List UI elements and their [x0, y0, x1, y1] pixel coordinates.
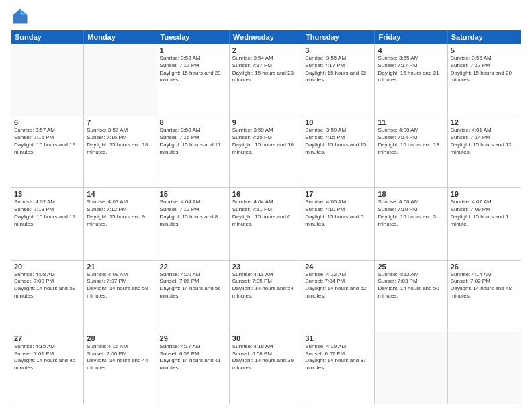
calendar-cell: 1Sunrise: 3:53 AM Sunset: 7:17 PM Daylig…: [157, 44, 230, 116]
day-info: Sunrise: 4:16 AM Sunset: 7:00 PM Dayligh…: [87, 343, 153, 372]
calendar-row-3: 13Sunrise: 4:02 AM Sunset: 7:13 PM Dayli…: [11, 187, 521, 259]
day-info: Sunrise: 4:12 AM Sunset: 7:04 PM Dayligh…: [305, 271, 371, 300]
day-number: 27: [14, 334, 81, 342]
calendar-cell: 17Sunrise: 4:05 AM Sunset: 7:10 PM Dayli…: [302, 188, 375, 259]
calendar-header: SundayMondayTuesdayWednesdayThursdayFrid…: [11, 30, 521, 44]
day-info: Sunrise: 4:02 AM Sunset: 7:13 PM Dayligh…: [14, 199, 81, 228]
day-number: 19: [451, 190, 518, 198]
day-info: Sunrise: 4:00 AM Sunset: 7:14 PM Dayligh…: [378, 127, 444, 156]
day-number: 6: [14, 118, 81, 126]
day-info: Sunrise: 4:15 AM Sunset: 7:01 PM Dayligh…: [14, 343, 81, 372]
day-info: Sunrise: 3:58 AM Sunset: 7:16 PM Dayligh…: [160, 127, 226, 156]
svg-marker-1: [20, 9, 28, 15]
day-number: 28: [87, 334, 153, 342]
calendar-cell: 29Sunrise: 4:17 AM Sunset: 6:59 PM Dayli…: [157, 332, 230, 404]
day-number: 7: [87, 118, 153, 126]
calendar-cell: 20Sunrise: 4:08 AM Sunset: 7:08 PM Dayli…: [11, 261, 84, 332]
day-number: 12: [451, 118, 518, 126]
calendar-cell: 15Sunrise: 4:04 AM Sunset: 7:12 PM Dayli…: [157, 188, 230, 259]
logo: [11, 7, 32, 26]
calendar-cell: 14Sunrise: 4:03 AM Sunset: 7:12 PM Dayli…: [84, 188, 157, 259]
calendar-row-2: 6Sunrise: 3:57 AM Sunset: 7:16 PM Daylig…: [11, 116, 521, 187]
calendar-cell: 24Sunrise: 4:12 AM Sunset: 7:04 PM Dayli…: [302, 261, 375, 332]
day-info: Sunrise: 3:55 AM Sunset: 7:17 PM Dayligh…: [305, 55, 371, 84]
calendar-cell: 21Sunrise: 4:09 AM Sunset: 7:07 PM Dayli…: [84, 261, 157, 332]
calendar-cell: 11Sunrise: 4:00 AM Sunset: 7:14 PM Dayli…: [375, 116, 447, 187]
day-info: Sunrise: 4:11 AM Sunset: 7:05 PM Dayligh…: [232, 271, 299, 300]
day-number: 15: [160, 190, 226, 198]
calendar-cell: 31Sunrise: 4:19 AM Sunset: 6:57 PM Dayli…: [302, 332, 375, 404]
day-info: Sunrise: 4:05 AM Sunset: 7:10 PM Dayligh…: [305, 199, 371, 228]
day-number: 22: [160, 263, 226, 271]
header-day-monday: Monday: [84, 30, 157, 44]
header-day-friday: Friday: [375, 30, 447, 44]
header-day-wednesday: Wednesday: [230, 30, 302, 44]
day-number: 18: [378, 190, 444, 198]
header: [11, 7, 521, 26]
day-info: Sunrise: 4:14 AM Sunset: 7:02 PM Dayligh…: [451, 271, 518, 300]
day-number: 29: [160, 334, 226, 342]
calendar-cell: 4Sunrise: 3:55 AM Sunset: 7:17 PM Daylig…: [375, 44, 447, 116]
day-info: Sunrise: 3:55 AM Sunset: 7:17 PM Dayligh…: [378, 55, 444, 84]
day-number: 14: [87, 190, 153, 198]
day-number: 30: [232, 334, 299, 342]
calendar-body: 1Sunrise: 3:53 AM Sunset: 7:17 PM Daylig…: [11, 44, 521, 404]
calendar-cell: 26Sunrise: 4:14 AM Sunset: 7:02 PM Dayli…: [448, 261, 521, 332]
day-info: Sunrise: 4:08 AM Sunset: 7:08 PM Dayligh…: [14, 271, 81, 300]
day-number: 5: [451, 46, 518, 54]
calendar: SundayMondayTuesdayWednesdayThursdayFrid…: [11, 30, 521, 404]
day-info: Sunrise: 4:03 AM Sunset: 7:12 PM Dayligh…: [87, 199, 153, 228]
calendar-cell: [375, 332, 447, 404]
calendar-cell: 6Sunrise: 3:57 AM Sunset: 7:16 PM Daylig…: [11, 116, 84, 187]
day-info: Sunrise: 4:07 AM Sunset: 7:09 PM Dayligh…: [451, 199, 518, 228]
calendar-cell: 10Sunrise: 3:59 AM Sunset: 7:15 PM Dayli…: [302, 116, 375, 187]
calendar-cell: 25Sunrise: 4:13 AM Sunset: 7:03 PM Dayli…: [375, 261, 447, 332]
day-info: Sunrise: 3:57 AM Sunset: 7:16 PM Dayligh…: [87, 127, 153, 156]
calendar-cell: 18Sunrise: 4:06 AM Sunset: 7:10 PM Dayli…: [375, 188, 447, 259]
day-number: 24: [305, 263, 371, 271]
calendar-cell: 28Sunrise: 4:16 AM Sunset: 7:00 PM Dayli…: [84, 332, 157, 404]
page: SundayMondayTuesdayWednesdayThursdayFrid…: [0, 0, 532, 411]
calendar-cell: [11, 44, 84, 116]
calendar-cell: 8Sunrise: 3:58 AM Sunset: 7:16 PM Daylig…: [157, 116, 230, 187]
calendar-row-1: 1Sunrise: 3:53 AM Sunset: 7:17 PM Daylig…: [11, 44, 521, 116]
header-day-thursday: Thursday: [302, 30, 375, 44]
day-number: 1: [160, 46, 226, 54]
day-number: 21: [87, 263, 153, 271]
day-number: 17: [305, 190, 371, 198]
day-number: 23: [232, 263, 299, 271]
day-number: 4: [378, 46, 444, 54]
header-day-tuesday: Tuesday: [157, 30, 230, 44]
day-info: Sunrise: 3:53 AM Sunset: 7:17 PM Dayligh…: [160, 55, 226, 84]
calendar-row-5: 27Sunrise: 4:15 AM Sunset: 7:01 PM Dayli…: [11, 332, 521, 404]
calendar-cell: 5Sunrise: 3:56 AM Sunset: 7:17 PM Daylig…: [448, 44, 521, 116]
day-number: 31: [305, 334, 371, 342]
day-info: Sunrise: 4:01 AM Sunset: 7:14 PM Dayligh…: [451, 127, 518, 156]
day-info: Sunrise: 3:54 AM Sunset: 7:17 PM Dayligh…: [232, 55, 299, 84]
day-number: 2: [232, 46, 299, 54]
day-number: 9: [232, 118, 299, 126]
calendar-cell: 19Sunrise: 4:07 AM Sunset: 7:09 PM Dayli…: [448, 188, 521, 259]
day-info: Sunrise: 3:59 AM Sunset: 7:15 PM Dayligh…: [305, 127, 371, 156]
day-number: 20: [14, 263, 81, 271]
day-info: Sunrise: 4:19 AM Sunset: 6:57 PM Dayligh…: [305, 343, 371, 372]
logo-icon: [11, 7, 30, 26]
calendar-cell: 27Sunrise: 4:15 AM Sunset: 7:01 PM Dayli…: [11, 332, 84, 404]
calendar-cell: [84, 44, 157, 116]
day-info: Sunrise: 3:56 AM Sunset: 7:17 PM Dayligh…: [451, 55, 518, 84]
day-info: Sunrise: 3:57 AM Sunset: 7:16 PM Dayligh…: [14, 127, 81, 156]
day-number: 8: [160, 118, 226, 126]
day-info: Sunrise: 4:17 AM Sunset: 6:59 PM Dayligh…: [160, 343, 226, 372]
calendar-cell: 30Sunrise: 4:18 AM Sunset: 6:58 PM Dayli…: [230, 332, 302, 404]
header-day-sunday: Sunday: [11, 30, 84, 44]
calendar-cell: 2Sunrise: 3:54 AM Sunset: 7:17 PM Daylig…: [230, 44, 302, 116]
calendar-cell: 12Sunrise: 4:01 AM Sunset: 7:14 PM Dayli…: [448, 116, 521, 187]
day-info: Sunrise: 4:10 AM Sunset: 7:06 PM Dayligh…: [160, 271, 226, 300]
day-number: 11: [378, 118, 444, 126]
calendar-cell: 7Sunrise: 3:57 AM Sunset: 7:16 PM Daylig…: [84, 116, 157, 187]
calendar-cell: 13Sunrise: 4:02 AM Sunset: 7:13 PM Dayli…: [11, 188, 84, 259]
day-number: 13: [14, 190, 81, 198]
header-day-saturday: Saturday: [448, 30, 521, 44]
day-info: Sunrise: 4:09 AM Sunset: 7:07 PM Dayligh…: [87, 271, 153, 300]
day-number: 26: [451, 263, 518, 271]
